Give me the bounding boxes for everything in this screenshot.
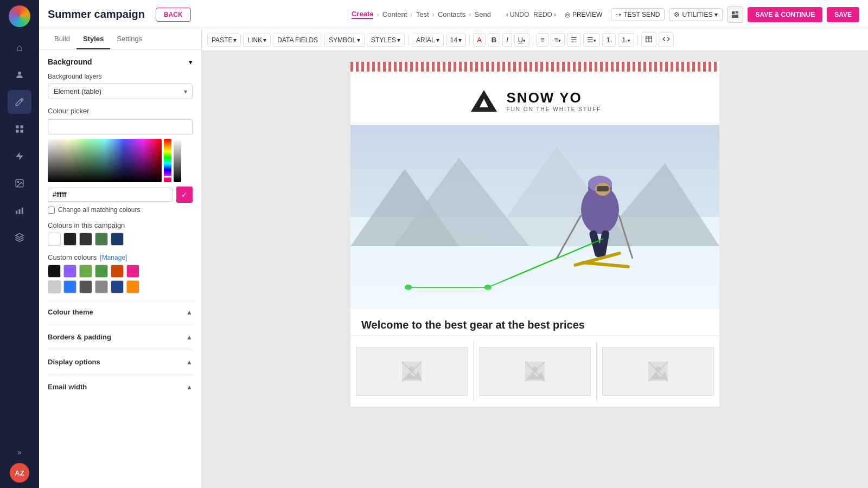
custom-swatch-9[interactable] <box>79 280 92 293</box>
custom-swatch-7[interactable] <box>48 280 61 293</box>
campaign-swatch-dark-gray[interactable] <box>63 233 76 246</box>
product-image-1 <box>356 347 468 396</box>
email-width-header[interactable]: Email width ▲ <box>48 381 193 393</box>
main-container: Summer campaign BACK Create › Content › … <box>39 0 868 488</box>
campaign-swatch-green[interactable] <box>95 233 108 246</box>
nav-chart[interactable] <box>8 198 31 222</box>
nav-image[interactable] <box>8 171 31 195</box>
hex-confirm-button[interactable]: ✓ <box>176 187 193 203</box>
nav-users[interactable] <box>8 63 31 87</box>
svg-point-7 <box>17 181 18 182</box>
custom-swatch-1[interactable] <box>48 265 61 278</box>
custom-swatch-4[interactable] <box>95 265 108 278</box>
custom-swatch-8[interactable] <box>63 280 76 293</box>
picker-gradient-area[interactable] <box>48 139 162 182</box>
nav-grid[interactable] <box>8 117 31 141</box>
code-button[interactable] <box>659 33 674 47</box>
list-options-button[interactable]: ☰▾ <box>583 33 600 47</box>
data-fields-button[interactable]: DATA FIELDS <box>273 34 322 47</box>
campaign-swatch-near-black[interactable] <box>79 233 92 246</box>
custom-swatch-10[interactable] <box>95 280 108 293</box>
breadcrumb-content[interactable]: Content <box>382 10 407 18</box>
undo-button[interactable]: ‹ UNDO <box>506 11 529 18</box>
custom-swatch-2[interactable] <box>63 265 76 278</box>
custom-swatch-6[interactable] <box>126 265 139 278</box>
custom-swatch-11[interactable] <box>111 280 124 293</box>
colour-theme-header[interactable]: Colour theme ▲ <box>48 306 193 318</box>
background-layers-dropdown-wrapper: Element (table) <box>48 84 193 99</box>
tab-settings[interactable]: Settings <box>110 29 149 49</box>
table-button[interactable] <box>641 33 656 47</box>
numbered-list-button[interactable]: 1. <box>602 33 616 47</box>
italic-button[interactable]: I <box>502 33 512 47</box>
font-size-select[interactable]: 14 ▾ <box>446 34 466 47</box>
paste-button[interactable]: PASTE ▾ <box>207 34 241 47</box>
custom-swatch-3[interactable] <box>79 265 92 278</box>
selection-ruler <box>350 62 719 72</box>
text-color-button[interactable]: A <box>473 33 486 47</box>
list-button[interactable]: ☰ <box>567 33 581 47</box>
breadcrumb-contacts[interactable]: Contacts <box>438 10 465 18</box>
font-select[interactable]: ARIAL ▾ <box>412 34 444 47</box>
preview-button[interactable]: ◎ PREVIEW <box>560 9 607 21</box>
template-icon-button[interactable] <box>727 7 743 23</box>
change-all-colours-row: Change all matching colours <box>48 206 193 214</box>
breadcrumb-test[interactable]: Test <box>416 10 429 18</box>
borders-padding-header[interactable]: Borders & padding ▲ <box>48 331 193 343</box>
breadcrumb-create[interactable]: Create <box>352 10 373 19</box>
nav-lightning[interactable] <box>8 144 31 168</box>
app-logo[interactable] <box>9 5 30 27</box>
preview-icon: ◎ <box>565 11 570 18</box>
breadcrumb-sep-1: › <box>376 10 379 18</box>
expand-sidebar-btn[interactable]: » <box>8 445 31 460</box>
hex-input[interactable]: #ffffff <box>48 188 173 202</box>
styles-button[interactable]: STYLES ▾ <box>367 34 405 47</box>
nav-home[interactable]: ⌂ <box>8 36 31 60</box>
display-options-header[interactable]: Display options ▲ <box>48 356 193 368</box>
utilities-button[interactable]: ⚙ UTILITIES ▾ <box>669 8 723 21</box>
borders-padding-section: Borders & padding ▲ <box>48 325 193 343</box>
background-layers-select[interactable]: Element (table) <box>48 84 193 99</box>
colour-picker-gradient[interactable] <box>48 139 193 182</box>
change-all-colours-checkbox[interactable] <box>48 207 55 214</box>
nav-edit[interactable] <box>8 90 31 114</box>
save-continue-button[interactable]: SAVE & CONTINUE <box>748 7 822 22</box>
link-button[interactable]: LINK ▾ <box>243 34 271 47</box>
manage-colours-link[interactable]: [Manage] <box>100 254 127 261</box>
snow-overlay <box>350 277 719 309</box>
align-left-button[interactable]: ≡ <box>537 33 548 47</box>
hue-slider[interactable] <box>164 139 171 182</box>
svg-point-51 <box>655 367 661 372</box>
numbered-list-options-button[interactable]: 1.▾ <box>618 33 634 47</box>
svg-rect-8 <box>16 211 17 214</box>
align-options-button[interactable]: ≡▾ <box>551 33 565 47</box>
ski-image-container <box>350 125 719 309</box>
campaign-swatch-navy[interactable] <box>111 233 124 246</box>
test-send-button[interactable]: ⇢ TEST SEND <box>611 8 665 21</box>
table-svg-icon <box>645 35 653 43</box>
back-button[interactable]: BACK <box>156 8 191 22</box>
symbol-button[interactable]: SYMBOL ▾ <box>324 34 365 47</box>
symbol-chevron-icon: ▾ <box>357 36 360 44</box>
nav-layers[interactable] <box>8 226 31 249</box>
icon-sidebar: ⌂ » AZ <box>0 0 39 488</box>
user-avatar[interactable]: AZ <box>10 463 29 483</box>
svg-marker-11 <box>16 234 24 238</box>
tab-styles[interactable]: Styles <box>76 29 110 49</box>
redo-button[interactable]: REDO › <box>533 11 556 18</box>
underline-button[interactable]: U▾ <box>514 33 529 47</box>
bold-button[interactable]: B <box>488 33 500 47</box>
custom-swatch-5[interactable] <box>111 265 124 278</box>
colour-picker-section: Colour picker <box>48 107 193 214</box>
background-layers-label: Background layers <box>48 73 193 80</box>
hue-handle <box>164 176 171 178</box>
breadcrumb-send[interactable]: Send <box>475 10 491 18</box>
campaign-swatch-white[interactable] <box>48 233 61 246</box>
custom-swatch-12[interactable] <box>126 280 139 293</box>
tab-build[interactable]: Build <box>48 29 76 49</box>
save-button[interactable]: SAVE <box>827 7 859 22</box>
toolbar-separator-1 <box>408 35 409 46</box>
background-collapse-icon[interactable]: ▾ <box>189 58 193 66</box>
lightness-slider[interactable] <box>174 139 181 182</box>
utilities-icon: ⚙ <box>674 11 680 18</box>
